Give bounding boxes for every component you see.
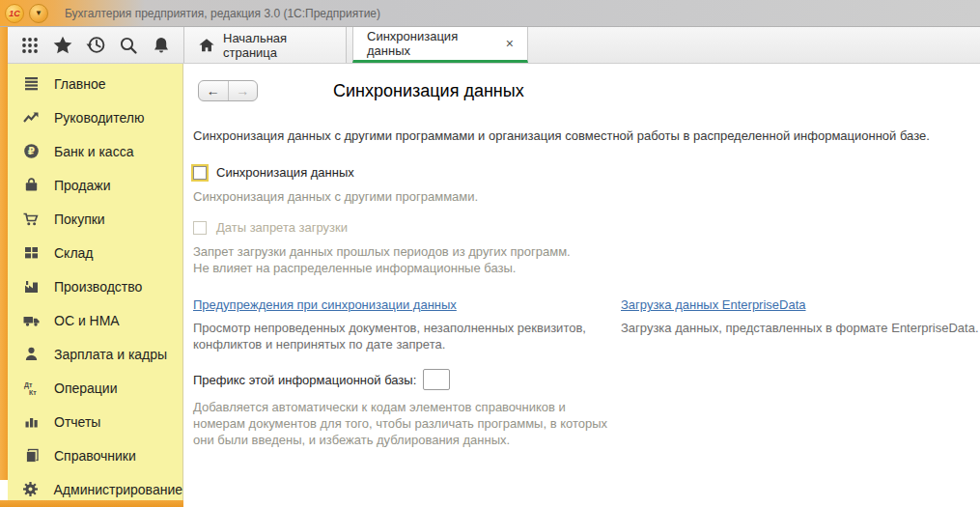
gear-icon [20, 481, 42, 497]
home-icon [198, 37, 215, 54]
truck-icon [20, 312, 42, 328]
bag-icon [20, 177, 42, 193]
tab-close-icon[interactable]: × [506, 36, 514, 51]
history-nav-buttons: ← → [198, 80, 258, 101]
sidebar-item-label: Зарплата и кадры [54, 347, 167, 362]
warnings-link-block: Предупреждения при синхронизации данных … [193, 296, 621, 352]
prefix-input[interactable] [423, 369, 450, 390]
intro-text: Синхронизация данных с другими программа… [193, 128, 980, 143]
sidebar-item-label: Главное [54, 76, 106, 92]
prefix-description-line2: номерам документов для того, чтобы разли… [193, 415, 980, 432]
sync-checkbox-label[interactable]: Синхронизация данных [216, 165, 354, 180]
sidebar-item-manager[interactable]: Руководителю [8, 100, 182, 134]
ban-dates-description: Запрет загрузки данных прошлых периодов … [193, 243, 980, 276]
sidebar-item-label: Администрирование [54, 482, 183, 497]
sidebar-item-fixed-assets[interactable]: ОС и НМА [8, 303, 182, 337]
tab-home-label: Начальная страница [223, 31, 332, 60]
sections-icon [20, 75, 42, 92]
back-button[interactable]: ← [199, 81, 229, 100]
sync-description: Синхронизация данных с другими программа… [193, 188, 980, 205]
ban-dates-description-line2: Не влияет на распределенные информационн… [193, 260, 980, 276]
window-title: Бухгалтерия предприятия, редакция 3.0 (1… [65, 7, 380, 20]
sidebar-item-label: Справочники [54, 448, 136, 464]
sidebar-item-main[interactable]: Главное [8, 67, 182, 100]
sidebar-item-label: Банк и касса [54, 144, 133, 159]
main-menu-button[interactable]: ▼ [29, 4, 48, 23]
svg-text:Дт: Дт [24, 381, 33, 389]
sidebar-item-label: ОС и НМА [54, 313, 120, 328]
sidebar-item-bank[interactable]: ₽ Банк и касса [8, 134, 182, 168]
sidebar: Главное Руководителю ₽ Банк и касса Прод… [8, 64, 183, 500]
links-section: Предупреждения при синхронизации данных … [193, 296, 980, 352]
svg-text:Кт: Кт [29, 389, 37, 396]
sidebar-item-warehouse[interactable]: Склад [8, 236, 182, 269]
page-header: ← → Синхронизация данных [193, 79, 980, 102]
sync-checkbox-row: Синхронизация данных [193, 165, 980, 180]
sidebar-item-production[interactable]: Производство [8, 269, 182, 303]
enterprisedata-link[interactable]: Загрузка данных EnterpriseData [621, 297, 806, 312]
prefix-label: Префикс этой информационной базы: [193, 373, 416, 387]
sidebar-item-operations[interactable]: Дт Кт Операции [8, 371, 182, 405]
sidebar-item-payroll[interactable]: Зарплата и кадры [8, 337, 182, 371]
sidebar-item-label: Отчеты [54, 414, 100, 430]
chevron-down-icon: ▼ [35, 9, 42, 17]
sidebar-item-label: Продажи [54, 178, 110, 193]
sync-checkbox[interactable] [193, 166, 207, 180]
menu-grid-button[interactable] [14, 31, 46, 60]
warnings-link[interactable]: Предупреждения при синхронизации данных [193, 297, 457, 312]
warnings-link-description-line2: конфликтов и непринятых по дате запрета. [193, 336, 610, 352]
cart-icon [20, 211, 42, 227]
history-icon [86, 35, 106, 55]
main-content: ← → Синхронизация данных Синхронизация д… [183, 64, 980, 507]
tab-home[interactable]: Начальная страница [183, 27, 347, 63]
titlebar: 1С ▼ Бухгалтерия предприятия, редакция 3… [0, 0, 980, 27]
trend-icon [20, 109, 42, 126]
sidebar-item-label: Руководителю [54, 110, 144, 126]
tab-data-sync-label: Синхронизация данных [367, 29, 498, 58]
warnings-link-description-line1: Просмотр непроведенных документов, незап… [193, 320, 610, 336]
quick-toolbar [8, 27, 183, 63]
history-button[interactable] [79, 31, 112, 60]
books-icon [20, 447, 42, 464]
notifications-button[interactable] [145, 31, 178, 60]
sidebar-item-reports[interactable]: Отчеты [8, 405, 182, 438]
search-button[interactable] [112, 31, 145, 60]
star-icon [52, 35, 73, 56]
sidebar-item-sales[interactable]: Продажи [8, 168, 182, 202]
ban-dates-checkbox[interactable] [193, 221, 207, 235]
factory-icon [20, 278, 42, 295]
sidebar-item-purchases[interactable]: Покупки [8, 202, 182, 236]
search-icon [119, 36, 138, 55]
window-frame-left [0, 0, 8, 480]
prefix-description-line3: они были введены, и избежать дублировани… [193, 432, 980, 448]
sidebar-item-directories[interactable]: Справочники [8, 438, 182, 472]
sidebar-item-label: Склад [54, 245, 94, 261]
ban-dates-checkbox-label: Даты запрета загрузки [216, 220, 348, 235]
favorites-button[interactable] [46, 31, 79, 60]
enterprisedata-link-description: Загрузка данных, представленных в формат… [621, 320, 980, 336]
ruble-icon: ₽ [20, 143, 42, 159]
page-title: Синхронизация данных [333, 81, 524, 101]
ban-dates-checkbox-row: Даты запрета загрузки [193, 220, 980, 235]
menu-grid-icon [20, 36, 40, 55]
sidebar-item-label: Покупки [54, 211, 105, 227]
warehouse-icon [20, 244, 42, 261]
sidebar-item-label: Производство [54, 279, 142, 295]
prefix-description: Добавляется автоматически к кодам элемен… [193, 399, 980, 448]
1c-logo-icon: 1С [5, 4, 24, 23]
enterprisedata-link-block: Загрузка данных EnterpriseData Загрузка … [621, 296, 978, 352]
dtkt-icon: Дт Кт [20, 380, 42, 396]
sidebar-item-label: Операции [54, 380, 118, 396]
ban-dates-description-line1: Запрет загрузки данных прошлых периодов … [193, 243, 980, 260]
person-icon [20, 346, 42, 362]
tab-bar: Начальная страница Синхронизация данных … [8, 27, 980, 64]
svg-text:₽: ₽ [27, 145, 34, 156]
forward-button[interactable]: → [229, 81, 258, 100]
chart-icon [20, 413, 42, 430]
window-frame-bottom [0, 500, 183, 507]
tab-data-sync[interactable]: Синхронизация данных × [352, 27, 528, 63]
prefix-description-line1: Добавляется автоматически к кодам элемен… [193, 399, 980, 415]
prefix-row: Префикс этой информационной базы: [193, 369, 980, 390]
warnings-link-description: Просмотр непроведенных документов, незап… [193, 320, 610, 352]
bell-icon [152, 36, 171, 55]
